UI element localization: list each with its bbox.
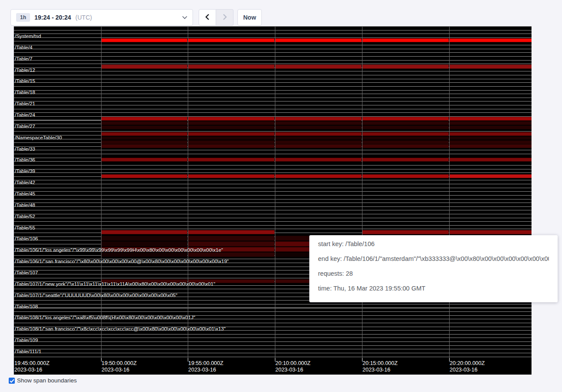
span-band-cell[interactable]: [188, 174, 274, 179]
span-band-cell[interactable]: [102, 140, 187, 144]
row-label: /Table/107/1/"new york"/"\x11\x11\x11\x1…: [15, 281, 215, 287]
span-band-cell[interactable]: [102, 158, 187, 162]
span-band-cell[interactable]: [362, 121, 449, 125]
span-band-cell[interactable]: [362, 117, 449, 121]
keyvis-canvas[interactable]: /System/tsd/Table/4/Table/7/Table/12/Tab…: [14, 26, 532, 375]
next-interval-button[interactable]: [216, 9, 234, 26]
row-label: /Table/18: [15, 89, 35, 95]
span-band-cell[interactable]: [102, 125, 187, 129]
span-band-cell[interactable]: [188, 121, 274, 125]
row-label: /Table/52: [15, 213, 35, 220]
row-label: /Table/107/1/"seattle"/"UUUUUUD\x00\x80\…: [15, 292, 177, 298]
chevron-right-icon: [222, 14, 227, 22]
checkmark-icon: [10, 377, 14, 385]
span-band-cell[interactable]: [275, 125, 362, 129]
row-label: /Table/108/1/"san francisco"/"\x8c\xcc\x…: [15, 326, 226, 332]
span-band-cell[interactable]: [102, 136, 187, 140]
span-band-cell[interactable]: [102, 38, 187, 43]
span-band-cell[interactable]: [362, 230, 449, 234]
time-axis-label: 20:15:00.000Z 2023-03-16: [362, 360, 398, 373]
span-band-cell[interactable]: [362, 125, 449, 129]
time-axis-label: 20:20:00.000Z 2023-03-16: [450, 360, 485, 373]
row-label: /Table/111/1: [15, 348, 41, 355]
span-band-cell[interactable]: [188, 117, 274, 121]
row-label: /Table/36: [15, 157, 35, 163]
span-band-cell[interactable]: [275, 144, 362, 148]
keyvis-rows[interactable]: /System/tsd/Table/4/Table/7/Table/12/Tab…: [14, 26, 532, 358]
span-band-cell[interactable]: [275, 117, 362, 121]
time-gridline: [362, 26, 362, 358]
span-band-cell[interactable]: [275, 174, 362, 179]
row-label: /Table/45: [15, 191, 35, 197]
span-band-cell[interactable]: [275, 38, 362, 43]
span-band-cell[interactable]: [450, 174, 532, 179]
tooltip-time: time: Thu, 16 Mar 2023 19:55:00 GMT: [318, 285, 549, 292]
span-tooltip: start key: /Table/106 end key: /Table/10…: [309, 235, 558, 302]
span-band-cell[interactable]: [102, 230, 187, 234]
row-label: /Table/7: [15, 56, 32, 62]
span-band-cell[interactable]: [450, 140, 532, 144]
span-band-cell[interactable]: [102, 144, 187, 148]
span-band-cell[interactable]: [450, 132, 532, 136]
span-band-cell[interactable]: [362, 64, 449, 69]
time-range-selector[interactable]: 1h 19:24 - 20:24 (UTC): [10, 9, 193, 26]
previous-interval-button[interactable]: [199, 9, 216, 26]
span-band-cell[interactable]: [188, 158, 274, 162]
row-label: /Table/55: [15, 225, 35, 231]
span-band-cell[interactable]: [188, 140, 274, 144]
span-band-cell[interactable]: [102, 64, 187, 69]
time-range-badge: 1h: [16, 13, 30, 22]
span-band-cell[interactable]: [188, 64, 274, 69]
span-band-cell[interactable]: [275, 121, 362, 125]
span-band-cell[interactable]: [102, 174, 187, 179]
span-band-cell[interactable]: [362, 158, 449, 162]
span-band-cell[interactable]: [450, 121, 532, 125]
span-band-cell[interactable]: [362, 132, 449, 136]
span-band-cell[interactable]: [362, 174, 449, 179]
span-band-cell[interactable]: [188, 132, 274, 136]
span-band-cell[interactable]: [102, 121, 187, 125]
span-band-cell[interactable]: [450, 230, 532, 234]
span-band-cell[interactable]: [450, 136, 532, 140]
row-label: /Table/48: [15, 202, 35, 208]
time-gridline: [275, 26, 275, 358]
span-band-cell[interactable]: [188, 230, 274, 234]
span-band-cell[interactable]: [450, 125, 532, 129]
span-band-cell[interactable]: [102, 241, 187, 247]
tooltip-start-key: start key: /Table/106: [318, 241, 549, 247]
chevron-down-icon: [182, 16, 187, 19]
span-band-cell[interactable]: [102, 117, 187, 121]
span-band-cell[interactable]: [362, 144, 449, 148]
time-axis-label: 20:10:00.000Z 2023-03-16: [275, 360, 311, 373]
span-band-cell[interactable]: [450, 38, 532, 43]
now-button[interactable]: Now: [237, 9, 262, 26]
span-band-cell[interactable]: [362, 136, 449, 140]
keyvis-time-axis: 19:45:00.000Z 2023-03-1619:50:00.000Z 20…: [14, 358, 532, 375]
span-band-cell[interactable]: [450, 144, 532, 148]
span-band-cell[interactable]: [275, 136, 362, 140]
span-band-cell[interactable]: [450, 117, 532, 121]
row-label: /Table/106/1/"san francisco"/"\x80\x00\x…: [15, 258, 229, 264]
span-band-cell[interactable]: [275, 158, 362, 162]
span-band-cell[interactable]: [275, 64, 362, 69]
span-band-cell[interactable]: [102, 236, 187, 241]
span-band-cell[interactable]: [362, 38, 449, 43]
row-label: /Table/106/1/"los angeles"/"\x99\x99\x99…: [15, 247, 223, 253]
span-band-cell[interactable]: [188, 125, 274, 129]
row-label: /Table/106: [15, 236, 38, 242]
span-band-cell[interactable]: [362, 140, 449, 144]
show-span-boundaries-checkbox[interactable]: [9, 378, 15, 384]
span-band-cell[interactable]: [450, 64, 532, 69]
span-band-cell[interactable]: [188, 236, 274, 241]
span-band-cell[interactable]: [275, 132, 362, 136]
span-band-cell[interactable]: [188, 136, 274, 140]
span-band-cell[interactable]: [188, 241, 274, 247]
span-band-cell[interactable]: [450, 158, 532, 162]
span-band-cell[interactable]: [188, 144, 274, 148]
span-band-cell[interactable]: [188, 38, 274, 43]
span-band-cell[interactable]: [275, 140, 362, 144]
time-range-timezone: (UTC): [75, 14, 92, 21]
span-band-cell[interactable]: [102, 132, 187, 136]
row-label: /Table/12: [15, 67, 35, 73]
row-label: /Table/39: [15, 168, 35, 174]
